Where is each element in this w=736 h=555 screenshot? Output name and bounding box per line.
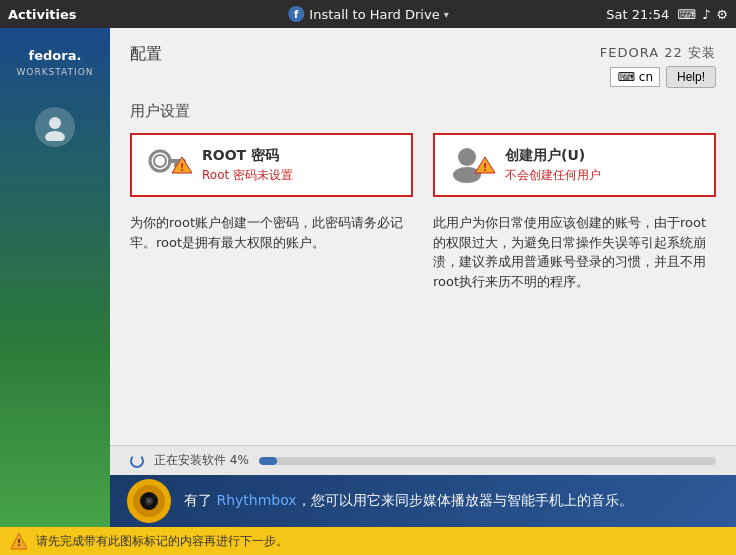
progress-area: 正在安装软件 4% (110, 445, 736, 475)
keyboard-icon: ⌨ (677, 7, 696, 22)
volume-icon[interactable]: ♪ (702, 7, 710, 22)
speaker-icon (126, 478, 172, 524)
warning-text: 请先完成带有此图标标记的内容再进行下一步。 (36, 533, 288, 550)
topbar: Activities f Install to Hard Drive ▾ Sat… (0, 0, 736, 28)
root-description: 为你的root账户创建一个密码，此密码请务必记牢。root是拥有最大权限的账户。 (130, 213, 413, 291)
svg-point-3 (45, 131, 65, 141)
user-card-title: 创建用户(U) (505, 147, 601, 165)
system-icons: ⌨ ♪ ⚙ (677, 7, 728, 22)
root-password-card[interactable]: ! ROOT 密码 Root 密码未设置 (130, 133, 413, 197)
user-card-text: 创建用户(U) 不会创建任何用户 (505, 147, 601, 184)
topbar-right: Sat 21:54 ⌨ ♪ ⚙ (606, 7, 728, 22)
progress-label: 正在安装软件 4% (154, 452, 249, 469)
promotional-banner: 有了 Rhythmbox，您可以用它来同步媒体播放器与智能手机上的音乐。 (110, 475, 736, 527)
svg-point-19 (147, 499, 151, 503)
root-card-text: ROOT 密码 Root 密码未设置 (202, 147, 293, 184)
sidebar-logo-text: fedora. (29, 48, 82, 63)
fedora-brand: FEDORA 22 安装 ⌨ cn Help! (600, 44, 716, 88)
sidebar-logo-sub: WORKSTATION (16, 67, 93, 77)
svg-text:!: ! (180, 162, 185, 173)
activities-button[interactable]: Activities (8, 7, 77, 22)
topbar-left: Activities (8, 7, 77, 22)
cards-row: ! ROOT 密码 Root 密码未设置 ! 创建用户(U) (130, 133, 716, 197)
system-menu-icon[interactable]: ⚙ (716, 7, 728, 22)
svg-point-5 (154, 155, 166, 167)
progress-spinner (130, 454, 144, 468)
svg-point-11 (458, 148, 476, 166)
fedora-brand-title: FEDORA 22 安装 (600, 44, 716, 62)
banner-highlight: Rhythmbox (216, 492, 296, 508)
clock: Sat 21:54 (606, 7, 669, 22)
banner-after: ，您可以用它来同步媒体播放器与智能手机上的音乐。 (297, 492, 633, 508)
page-header: 配置 FEDORA 22 安装 ⌨ cn Help! (130, 44, 716, 88)
progress-bar-fill (259, 457, 277, 465)
create-user-card[interactable]: ! 创建用户(U) 不会创建任何用户 (433, 133, 716, 197)
user-card-subtitle: 不会创建任何用户 (505, 167, 601, 184)
help-button[interactable]: Help! (666, 66, 716, 88)
section-title: 用户设置 (130, 102, 716, 121)
language-selector[interactable]: ⌨ cn (610, 67, 660, 87)
app-title-label: Install to Hard Drive (309, 7, 439, 22)
keyboard-small-icon: ⌨ (617, 70, 634, 84)
sidebar-user-icon (35, 107, 75, 147)
user-description: 此用户为你日常使用应该创建的账号，由于root的权限过大，为避免日常操作失误等引… (433, 213, 716, 291)
root-card-title: ROOT 密码 (202, 147, 293, 165)
lang-value: cn (639, 70, 653, 84)
banner-text: 有了 Rhythmbox，您可以用它来同步媒体播放器与智能手机上的音乐。 (184, 491, 633, 511)
lang-help-row: ⌨ cn Help! (610, 66, 716, 88)
topbar-center: f Install to Hard Drive ▾ (287, 5, 448, 23)
warning-bar: ! 请先完成带有此图标标记的内容再进行下一步。 (0, 527, 736, 555)
progress-bar-container (259, 457, 716, 465)
root-icon-container: ! (144, 145, 192, 185)
descriptions-row: 为你的root账户创建一个密码，此密码请务必记牢。root是拥有最大权限的账户。… (130, 213, 716, 291)
app-menu-dropdown[interactable]: ▾ (444, 9, 449, 20)
svg-point-2 (49, 117, 61, 129)
svg-text:!: ! (17, 538, 21, 548)
svg-text:f: f (294, 9, 299, 20)
fedora-logo: fedora. WORKSTATION (16, 48, 93, 77)
banner-before: 有了 (184, 492, 216, 508)
user-icon-container: ! (447, 145, 495, 185)
main-content: 配置 FEDORA 22 安装 ⌨ cn Help! 用户设置 (110, 28, 736, 475)
svg-text:!: ! (483, 162, 488, 173)
sidebar: fedora. WORKSTATION (0, 28, 110, 555)
page-title: 配置 (130, 44, 162, 65)
app-icon: f (287, 5, 305, 23)
root-card-subtitle: Root 密码未设置 (202, 167, 293, 184)
warning-icon: ! (10, 532, 28, 550)
